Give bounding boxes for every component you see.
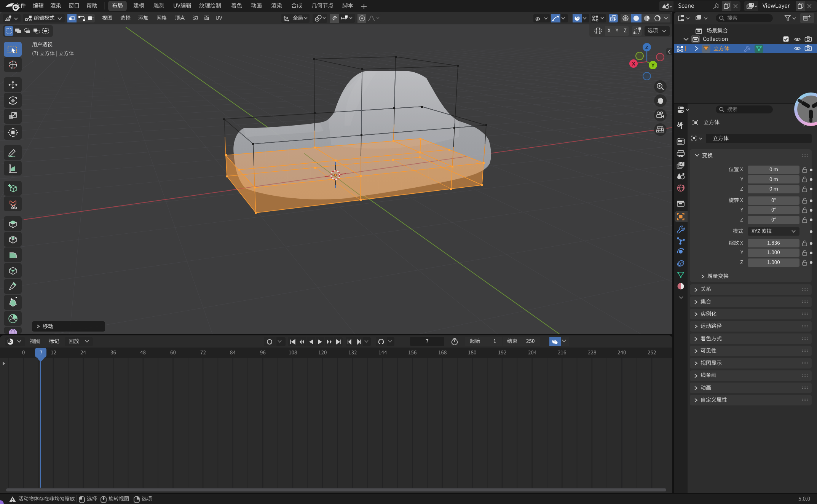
svg-text:X: X [632, 61, 635, 67]
svg-text:Y: Y [651, 62, 655, 68]
svg-text:Z: Z [645, 45, 648, 50]
